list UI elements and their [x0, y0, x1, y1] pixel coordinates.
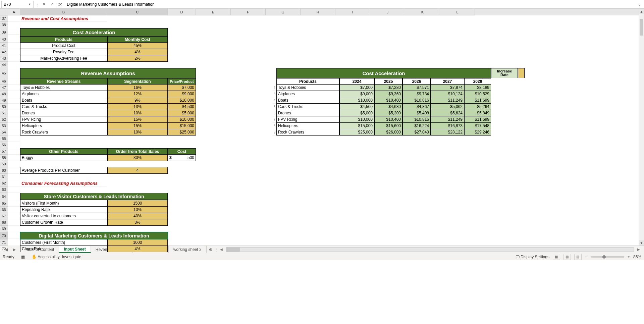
table-subheader: Monthly Cost — [107, 36, 168, 43]
row-header[interactable]: 62 — [0, 180, 8, 186]
active-cell[interactable]: Digital Marketing Customers & Leads Info… — [20, 232, 168, 239]
col-header[interactable]: H — [301, 9, 335, 15]
row-header[interactable]: 41 — [0, 43, 8, 49]
index-num: 9 — [272, 129, 276, 136]
cell-value: $5,624 — [431, 110, 464, 116]
row-header[interactable]: 67 — [0, 213, 8, 219]
separator-icon: ⋮ — [36, 2, 40, 7]
cancel-formula-button[interactable]: ✕ — [40, 1, 48, 8]
col-header[interactable]: K — [405, 9, 440, 15]
row-header[interactable]: 66 — [0, 207, 8, 213]
cell-value: $7,000 — [339, 85, 374, 91]
macro-icon[interactable]: ▦ — [21, 255, 25, 259]
cell-value: 10% — [107, 207, 168, 213]
zoom-level[interactable]: 85% — [633, 255, 641, 259]
column-headers: A B C D E F G H I J K L — [8, 9, 639, 15]
index-num: 4 — [272, 97, 276, 104]
row-header[interactable]: 56 — [0, 142, 8, 148]
fx-icon[interactable]: fx — [58, 2, 62, 7]
name-box[interactable]: B70 ▼ — [1, 1, 34, 8]
cell-value: 13% — [107, 104, 168, 110]
accept-formula-button[interactable]: ✓ — [48, 1, 56, 8]
spreadsheet-grid[interactable]: A B C D E F G H I J K L 3738394041424344… — [0, 9, 644, 246]
zoom-slider[interactable] — [591, 256, 624, 258]
row-header[interactable]: 38 — [0, 22, 8, 28]
table-subheader: 2024 — [339, 78, 374, 85]
cell-value: $11,699 — [464, 116, 491, 123]
formula-bar: B70 ▼ ⋮ ✕ ✓ fx Digital Marketing Custome… — [0, 0, 644, 9]
cell-value: $15,000 — [168, 123, 196, 129]
cell-value: $5,062 — [431, 104, 464, 110]
cell-value: $17,548 — [464, 123, 491, 129]
col-header[interactable]: G — [266, 9, 301, 15]
row-header[interactable]: 40 — [0, 36, 8, 43]
row-header[interactable]: 39 — [0, 28, 8, 36]
col-header[interactable]: B — [20, 9, 107, 15]
row-header[interactable]: 70 — [0, 232, 8, 239]
row-header[interactable]: 52 — [0, 116, 8, 123]
row-header[interactable]: 59 — [0, 161, 8, 167]
horizontal-scrollbar[interactable] — [226, 247, 634, 252]
col-header[interactable]: L — [440, 9, 475, 15]
col-header[interactable]: E — [196, 9, 231, 15]
row-header[interactable]: 43 — [0, 55, 8, 62]
row-header[interactable]: 63 — [0, 186, 8, 193]
row-header[interactable]: 61 — [0, 174, 8, 180]
table-subheader: Order from Total Sales — [107, 148, 168, 155]
cell-value: Drones — [276, 110, 339, 116]
zoom-in-button[interactable]: + — [628, 255, 630, 259]
cells-area[interactable]: Revenue and Cost Assumptions Cost Accele… — [8, 15, 639, 246]
display-settings-button[interactable]: 🖵 Display Settings — [516, 255, 549, 259]
page-layout-button[interactable]: ▤ — [564, 254, 571, 260]
formula-text: Digital Marketing Customers & Leads Info… — [67, 2, 154, 7]
row-header[interactable]: 60 — [0, 167, 8, 174]
row-header[interactable]: 49 — [0, 97, 8, 104]
zoom-out-button[interactable]: − — [585, 255, 587, 259]
cell-value: Toys & Hobbies — [276, 85, 339, 91]
row-header[interactable]: 48 — [0, 91, 8, 97]
normal-view-button[interactable]: ▦ — [553, 254, 560, 260]
row-header[interactable]: 46 — [0, 78, 8, 85]
row-header[interactable]: 42 — [0, 49, 8, 55]
row-header[interactable]: 51 — [0, 110, 8, 116]
row-header[interactable]: 69 — [0, 226, 8, 232]
col-header[interactable]: C — [107, 9, 168, 15]
row-header[interactable]: 45 — [0, 68, 8, 78]
cell-value: $11,699 — [464, 97, 491, 104]
col-header[interactable]: J — [370, 9, 405, 15]
col-header[interactable]: I — [335, 9, 370, 15]
row-header[interactable]: 44 — [0, 62, 8, 68]
cell-value: $15,000 — [339, 123, 374, 129]
row-header[interactable]: 72 — [0, 246, 8, 252]
col-header[interactable]: D — [168, 9, 196, 15]
cell-value: $25,000 — [168, 129, 196, 136]
row-header[interactable]: 50 — [0, 104, 8, 110]
row-header[interactable]: 68 — [0, 219, 8, 226]
formula-input[interactable]: Digital Marketing Customers & Leads Info… — [64, 1, 636, 8]
col-header[interactable]: F — [231, 9, 266, 15]
row-header[interactable]: 53 — [0, 123, 8, 129]
row-header[interactable]: 37 — [0, 15, 8, 22]
row-header[interactable]: 65 — [0, 200, 8, 207]
row-header[interactable]: 71 — [0, 239, 8, 246]
page-break-button[interactable]: ▥ — [574, 254, 582, 260]
row-header[interactable]: 64 — [0, 193, 8, 200]
col-header[interactable]: A — [8, 9, 20, 15]
chevron-down-icon[interactable]: ▼ — [28, 3, 31, 6]
cell-value: $5,000 — [168, 110, 196, 116]
cell-value: Marketing/Advertising Fee — [20, 55, 107, 62]
select-all-corner[interactable] — [0, 9, 8, 15]
cell-value: Cars & Trucks — [20, 104, 107, 110]
row-header[interactable]: 47 — [0, 85, 8, 91]
expand-formula-bar-button[interactable]: ⌄ — [636, 2, 643, 7]
vertical-scrollbar[interactable]: ▲ ▼ — [639, 9, 644, 246]
row-header[interactable]: 54 — [0, 129, 8, 136]
cell-value: $28,122 — [431, 129, 464, 136]
row-header[interactable]: 58 — [0, 155, 8, 161]
row-header[interactable]: 57 — [0, 148, 8, 155]
row-header[interactable]: 55 — [0, 136, 8, 142]
scroll-down-button[interactable]: ▼ — [639, 240, 644, 246]
scroll-thumb[interactable] — [640, 19, 643, 36]
scroll-up-button[interactable]: ▲ — [639, 9, 644, 14]
accessibility-status[interactable]: ✋ Accessibility: Investigate — [32, 254, 82, 259]
